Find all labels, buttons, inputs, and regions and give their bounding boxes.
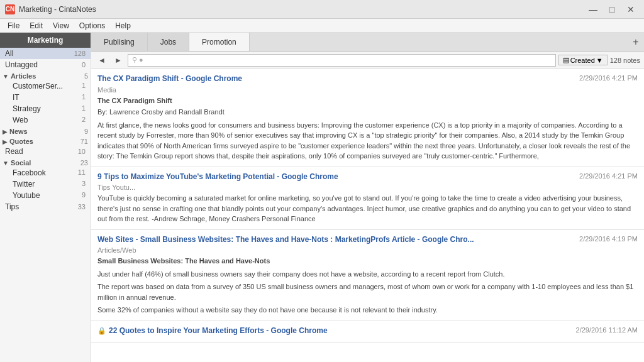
note-date-2: 2/29/2016 4:21 PM xyxy=(579,172,638,180)
sidebar-item-read-count: 10 xyxy=(78,148,86,155)
tab-jobs-label: Jobs xyxy=(160,38,176,47)
note-date-1: 2/29/2016 4:21 PM xyxy=(579,74,638,82)
sidebar-item-customerser-label: CustomerSer... xyxy=(13,82,82,90)
note-title-4-text: 22 Quotes to Inspire Your Marketing Effo… xyxy=(109,326,328,336)
sidebar-item-strategy[interactable]: Strategy 1 xyxy=(0,103,91,114)
sidebar-item-customerser-count: 1 xyxy=(82,82,86,90)
tab-add-button[interactable]: + xyxy=(628,33,644,51)
sidebar-item-all[interactable]: All 128 xyxy=(0,48,91,59)
note-preview-3-0: Small Business Websites: The Haves and H… xyxy=(97,256,638,266)
sidebar-header: Marketing xyxy=(0,33,91,48)
sidebar-section-articles[interactable]: ▼ Articles 5 xyxy=(0,70,91,80)
note-title-4: 🔒 22 Quotes to Inspire Your Marketing Ef… xyxy=(97,326,576,336)
sidebar-item-all-count: 128 xyxy=(74,50,86,57)
note-preview-1: The CX Paradigm Shift By: Lawrence Crosb… xyxy=(97,96,638,162)
sidebar-item-untagged-label: Untagged xyxy=(5,60,82,69)
sidebar-item-tips-count: 33 xyxy=(78,203,86,211)
sidebar-item-facebook-label: Facebook xyxy=(13,168,78,177)
app-icon: CN xyxy=(5,4,15,14)
note-preview-line-1-2: At first glance, the news looks good for… xyxy=(97,120,638,162)
note-preview-2: YouTube is quickly becoming a saturated … xyxy=(97,193,638,224)
toolbar-right: ▤ Created ▼ 128 notes xyxy=(558,55,640,65)
sidebar-item-all-label: All xyxy=(5,49,74,58)
tab-publishing-label: Publising xyxy=(104,38,135,47)
sidebar-section-quotes[interactable]: ▶ Quotes 71 xyxy=(0,136,91,146)
sidebar-item-twitter-label: Twitter xyxy=(13,180,82,189)
tab-promotion-label: Promotion xyxy=(202,38,236,47)
quotes-arrow-icon: ▶ xyxy=(3,138,8,145)
note-title-3: Web Sites - Small Business Websites: The… xyxy=(97,235,579,245)
sidebar-item-facebook[interactable]: Facebook 11 xyxy=(0,167,91,178)
sidebar-item-strategy-count: 1 xyxy=(82,104,86,113)
note-title-row-3: Web Sites - Small Business Websites: The… xyxy=(97,235,638,245)
title-bar: CN Marketing - CintaNotes — □ ✕ xyxy=(0,0,644,19)
note-date-3: 2/29/2016 4:19 PM xyxy=(579,235,638,243)
note-item-3[interactable]: Web Sites - Small Business Websites: The… xyxy=(91,230,644,321)
sort-button[interactable]: ▤ Created ▼ xyxy=(558,55,608,65)
sidebar-item-tips[interactable]: Tips 33 xyxy=(0,201,91,212)
sidebar-item-strategy-label: Strategy xyxy=(13,104,82,113)
tab-promotion[interactable]: Promotion xyxy=(189,33,250,51)
menu-edit[interactable]: Edit xyxy=(25,20,48,31)
window-controls: — □ ✕ xyxy=(585,3,639,16)
notes-list: The CX Paradigm Shift - Google Chrome 2/… xyxy=(91,69,644,362)
note-item-4[interactable]: 🔒 22 Quotes to Inspire Your Marketing Ef… xyxy=(91,321,644,344)
news-arrow-icon: ▶ xyxy=(3,128,8,135)
sidebar-section-news-label: News xyxy=(9,128,84,135)
back-button[interactable]: ◄ xyxy=(95,53,109,67)
note-preview-line-1-0: The CX Paradigm Shift xyxy=(97,96,638,106)
sidebar-item-read-label: Read xyxy=(5,147,78,156)
note-title-1: The CX Paradigm Shift - Google Chrome xyxy=(97,74,579,84)
toolbar: ◄ ► ▤ Created ▼ 128 notes xyxy=(91,52,644,69)
menu-help[interactable]: Help xyxy=(110,20,136,31)
sidebar-section-social-label: Social xyxy=(11,159,80,167)
social-arrow-icon: ▼ xyxy=(3,160,9,167)
sidebar-section-articles-label: Articles xyxy=(11,72,84,80)
maximize-button[interactable]: □ xyxy=(604,3,620,16)
search-input[interactable] xyxy=(128,54,556,67)
sidebar-item-it[interactable]: IT 1 xyxy=(0,92,91,103)
sort-label: Created xyxy=(570,57,595,64)
sidebar-item-it-label: IT xyxy=(13,93,82,102)
close-button[interactable]: ✕ xyxy=(623,3,639,16)
menu-options[interactable]: Options xyxy=(74,20,110,31)
articles-arrow-icon: ▼ xyxy=(3,73,9,80)
sidebar-item-web[interactable]: Web 2 xyxy=(0,114,91,126)
note-title-row-2: 9 Tips to Maximize YouTube's Marketing P… xyxy=(97,172,638,182)
sidebar-item-twitter[interactable]: Twitter 3 xyxy=(0,178,91,190)
sidebar-item-youtube-label: Youtube xyxy=(13,191,82,200)
note-preview-3-2: The report was based on data from a surv… xyxy=(97,282,638,302)
tab-bar: Publising Jobs Promotion + xyxy=(91,33,644,52)
sidebar-item-read[interactable]: Read 10 xyxy=(0,146,91,157)
tab-publishing[interactable]: Publising xyxy=(91,33,148,51)
sort-icon: ▤ xyxy=(563,56,569,64)
sidebar-item-youtube[interactable]: Youtube 9 xyxy=(0,190,91,201)
sidebar-item-customerser[interactable]: CustomerSer... 1 xyxy=(0,80,91,92)
content-area: Publising Jobs Promotion + ◄ ► ▤ Created… xyxy=(91,33,644,362)
sidebar-item-web-count: 2 xyxy=(82,116,86,124)
notes-count: 128 notes xyxy=(610,57,640,64)
menu-file[interactable]: File xyxy=(3,20,25,31)
note-title-row-4: 🔒 22 Quotes to Inspire Your Marketing Ef… xyxy=(97,326,638,336)
note-date-4: 2/29/2016 11:12 AM xyxy=(576,326,638,334)
sidebar: Marketing All 128 Untagged 0 ▼ Articles … xyxy=(0,33,91,362)
note-item-2[interactable]: 9 Tips to Maximize YouTube's Marketing P… xyxy=(91,167,644,230)
sidebar-section-quotes-label: Quotes xyxy=(9,138,80,145)
sidebar-section-news[interactable]: ▶ News 9 xyxy=(0,126,91,136)
sidebar-item-untagged[interactable]: Untagged 0 xyxy=(0,59,91,70)
sidebar-section-social[interactable]: ▼ Social 23 xyxy=(0,157,91,167)
main-container: Marketing All 128 Untagged 0 ▼ Articles … xyxy=(0,33,644,362)
sidebar-item-twitter-count: 3 xyxy=(82,180,86,189)
sidebar-item-untagged-count: 0 xyxy=(82,61,86,69)
note-item-1[interactable]: The CX Paradigm Shift - Google Chrome 2/… xyxy=(91,69,644,167)
window-title: Marketing - CintaNotes xyxy=(19,5,585,14)
note-preview-3-1: Just under half (46%) of small business … xyxy=(97,269,638,280)
note-tags-3: Articles/Web xyxy=(97,246,638,254)
sort-arrow-icon: ▼ xyxy=(596,57,603,64)
tab-jobs[interactable]: Jobs xyxy=(148,33,189,51)
menu-bar: File Edit View Options Help xyxy=(0,19,644,33)
sidebar-item-youtube-count: 9 xyxy=(82,191,86,200)
minimize-button[interactable]: — xyxy=(585,3,601,16)
menu-view[interactable]: View xyxy=(48,20,74,31)
forward-button[interactable]: ► xyxy=(111,53,125,67)
